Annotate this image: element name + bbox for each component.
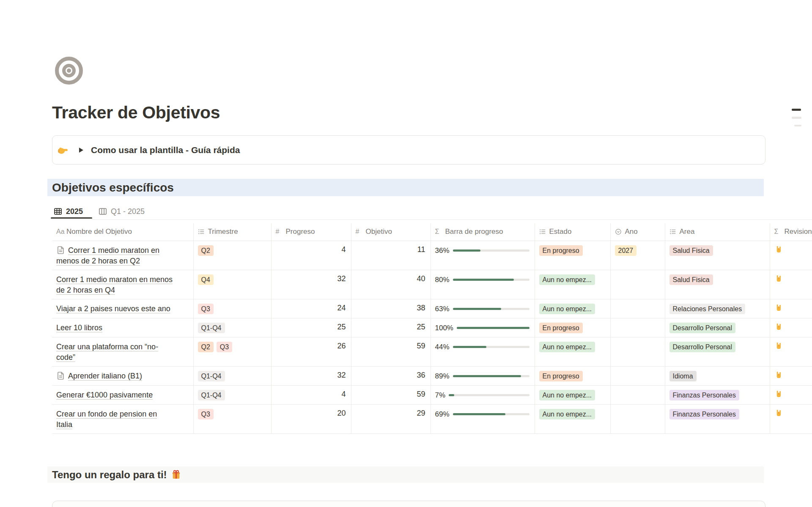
trimestre-cell[interactable]: Q3 — [193, 404, 271, 433]
column-header[interactable]: AaNombre del Objetivo — [52, 223, 193, 241]
ano-cell[interactable] — [610, 299, 665, 318]
objetivo-cell[interactable]: 11 — [351, 241, 431, 270]
area-cell[interactable]: Salud Fisica — [665, 241, 770, 270]
progress-bar-cell[interactable]: 100% — [431, 318, 535, 337]
goal-name-link[interactable]: Leer 10 libros — [56, 323, 102, 332]
quarter-tag[interactable]: Q2 — [198, 342, 214, 352]
column-header[interactable]: ΣRevision — [770, 223, 812, 241]
quarter-tag[interactable]: Q3 — [198, 304, 214, 314]
revision-cell[interactable] — [770, 404, 812, 433]
estado-cell[interactable]: Aun no empez... — [535, 404, 610, 433]
objetivo-cell[interactable]: 59 — [351, 337, 431, 366]
guide-callout[interactable]: Como usar la plantilla - Guía rápida — [52, 135, 765, 164]
trimestre-cell[interactable]: Q2 — [193, 241, 271, 270]
area-cell[interactable]: Finanzas Personales — [665, 404, 770, 433]
toggle-triangle-icon[interactable] — [79, 148, 83, 153]
revision-cell[interactable] — [770, 337, 812, 366]
revision-cell[interactable] — [770, 299, 812, 318]
bottom-callout[interactable] — [52, 501, 765, 507]
guide-toggle-label[interactable]: Como usar la plantilla - Guía rápida — [91, 145, 240, 155]
area-tag[interactable]: Desarrollo Personal — [669, 342, 736, 352]
progreso-cell[interactable]: 32 — [271, 366, 351, 385]
status-tag[interactable]: Aun no empez... — [539, 304, 595, 314]
table-row[interactable]: Crear una plataforma con “no-code” Q2Q3 … — [52, 337, 812, 366]
status-tag[interactable]: Aun no empez... — [539, 409, 595, 419]
goal-name-cell[interactable]: Leer 10 libros — [52, 318, 193, 337]
estado-cell[interactable]: Aun no empez... — [535, 270, 610, 299]
revision-cell[interactable] — [770, 241, 812, 270]
quarter-tag[interactable]: Q4 — [198, 274, 214, 285]
target-icon[interactable] — [55, 57, 83, 85]
table-row[interactable]: Correr 1 medio maraton en menos de 2 hor… — [52, 270, 812, 299]
goal-name-link[interactable]: Generar €1000 pasivamente — [56, 391, 153, 399]
table-row[interactable]: Leer 10 libros Q1-Q4 25 25 100% En progr… — [52, 318, 812, 337]
status-tag[interactable]: Aun no empez... — [539, 342, 595, 352]
area-tag[interactable]: Finanzas Personales — [669, 390, 739, 400]
progreso-cell[interactable]: 4 — [271, 385, 351, 404]
area-cell[interactable]: Relaciones Personales — [665, 299, 770, 318]
goal-name-cell[interactable]: Aprender italiano (B1) — [52, 366, 193, 385]
column-header[interactable]: Ano — [610, 223, 665, 241]
trimestre-cell[interactable]: Q1-Q4 — [193, 366, 271, 385]
ano-cell[interactable]: 2027 — [610, 241, 665, 270]
column-header[interactable]: Trimestre — [193, 223, 271, 241]
area-cell[interactable]: Finanzas Personales — [665, 385, 770, 404]
ano-cell[interactable] — [610, 318, 665, 337]
estado-cell[interactable]: Aun no empez... — [535, 299, 610, 318]
status-tag[interactable]: En progreso — [539, 245, 583, 256]
area-tag[interactable]: Relaciones Personales — [669, 304, 746, 314]
goal-name-cell[interactable]: Correr 1 medio maraton en menos de 2 hor… — [52, 241, 193, 270]
view-tab-2025[interactable]: 2025 — [54, 206, 83, 217]
view-tab-label[interactable]: Q1 - 2025 — [111, 207, 145, 216]
goal-name-link[interactable]: Crear un fondo de pension en Italia — [56, 410, 157, 429]
estado-cell[interactable]: En progreso — [535, 318, 610, 337]
area-tag[interactable]: Salud Fisica — [669, 274, 713, 285]
trimestre-cell[interactable]: Q2Q3 — [193, 337, 271, 366]
toc-bar-active[interactable] — [792, 109, 801, 111]
goal-name-link[interactable]: Correr 1 medio maraton en menos de 2 hor… — [56, 246, 159, 265]
trimestre-cell[interactable]: Q1-Q4 — [193, 385, 271, 404]
revision-cell[interactable] — [770, 385, 812, 404]
objetivo-cell[interactable]: 25 — [351, 318, 431, 337]
area-tag[interactable]: Idioma — [669, 371, 697, 381]
area-tag[interactable]: Finanzas Personales — [669, 409, 739, 419]
status-tag[interactable]: Aun no empez... — [539, 274, 595, 285]
quarter-tag[interactable]: Q2 — [198, 245, 214, 256]
area-cell[interactable]: Desarrollo Personal — [665, 318, 770, 337]
trimestre-cell[interactable]: Q4 — [193, 270, 271, 299]
table-row[interactable]: Correr 1 medio maraton en menos de 2 hor… — [52, 241, 812, 270]
column-header[interactable]: ΣBarra de progreso — [431, 223, 535, 241]
column-header[interactable]: Area — [665, 223, 770, 241]
column-header[interactable]: Estado — [535, 223, 610, 241]
toc-bar[interactable] — [792, 117, 801, 119]
progreso-cell[interactable]: 24 — [271, 299, 351, 318]
column-header[interactable]: #Objetivo — [351, 223, 431, 241]
ano-cell[interactable] — [610, 385, 665, 404]
estado-cell[interactable]: En progreso — [535, 366, 610, 385]
goal-name-cell[interactable]: Correr 1 medio maraton en menos de 2 hor… — [52, 270, 193, 299]
goal-name-cell[interactable]: Generar €1000 pasivamente — [52, 385, 193, 404]
goal-name-link[interactable]: Correr 1 medio maraton en menos de 2 hor… — [56, 275, 173, 294]
progreso-cell[interactable]: 32 — [271, 270, 351, 299]
toc-bar[interactable] — [794, 125, 801, 126]
area-tag[interactable]: Salud Fisica — [669, 245, 713, 256]
progreso-cell[interactable]: 20 — [271, 404, 351, 433]
table-row[interactable]: Viajar a 2 paises nuevos este ano Q3 24 … — [52, 299, 812, 318]
area-tag[interactable]: Desarrollo Personal — [669, 323, 736, 333]
objetivo-cell[interactable]: 38 — [351, 299, 431, 318]
quarter-tag[interactable]: Q3 — [198, 409, 214, 419]
table-row[interactable]: Crear un fondo de pension en Italia Q3 2… — [52, 404, 812, 433]
status-tag[interactable]: En progreso — [539, 371, 583, 381]
goal-name-link[interactable]: Aprender italiano (B1) — [68, 372, 142, 380]
goal-name-cell[interactable]: Crear un fondo de pension en Italia — [52, 404, 193, 433]
trimestre-cell[interactable]: Q1-Q4 — [193, 318, 271, 337]
column-header[interactable]: #Progreso — [271, 223, 351, 241]
estado-cell[interactable]: Aun no empez... — [535, 337, 610, 366]
status-tag[interactable]: En progreso — [539, 323, 583, 333]
progreso-cell[interactable]: 26 — [271, 337, 351, 366]
progress-bar-cell[interactable]: 89% — [431, 366, 535, 385]
objetivo-cell[interactable]: 40 — [351, 270, 431, 299]
view-tab-label[interactable]: 2025 — [66, 207, 83, 216]
revision-cell[interactable] — [770, 270, 812, 299]
table-row[interactable]: Generar €1000 pasivamente Q1-Q4 4 59 7% … — [52, 385, 812, 404]
